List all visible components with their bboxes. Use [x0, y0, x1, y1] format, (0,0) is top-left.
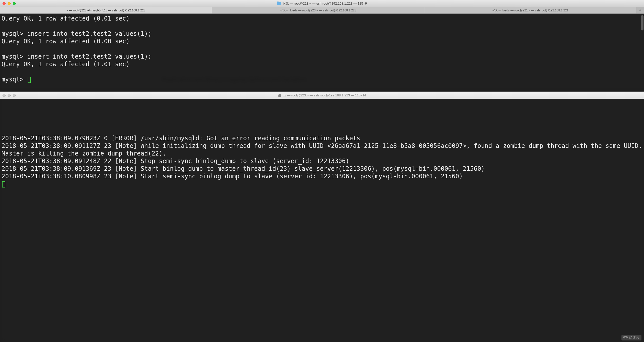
- add-tab-button[interactable]: +: [636, 7, 644, 13]
- terminal-line: Query OK, 1 row affected (1.01 sec): [2, 61, 130, 68]
- cursor: [2, 181, 5, 187]
- cloud-icon: [623, 336, 628, 339]
- zoom-button-inactive[interactable]: [13, 94, 16, 97]
- titlebar-top[interactable]: 下载 — root@223:~ — ssh root@192.168.1.223…: [0, 0, 644, 7]
- tab-0[interactable]: ~ — root@223:~/mysql-5.7.18 — ssh root@1…: [0, 7, 212, 13]
- terminal-line: 2018-05-21T03:38:09.091369Z 23 [Note] St…: [2, 165, 485, 172]
- terminal-line: mysql> insert into test2.test2 values(1)…: [2, 53, 151, 60]
- tab-1[interactable]: ~/Downloads — root@223:~ — ssh root@192.…: [212, 7, 424, 13]
- tab-bar: ~ — root@223:~/mysql-5.7.18 — ssh root@1…: [0, 7, 644, 14]
- minimize-button-inactive[interactable]: [8, 94, 11, 97]
- terminal-line: 2018-05-21T03:38:09.091127Z 23 [Note] Wh…: [2, 142, 644, 157]
- titlebar-bottom[interactable]: tbj — root@223:~ — ssh root@192.168.1.22…: [0, 92, 644, 99]
- watermark-text: 亿速云: [629, 335, 639, 340]
- scrollbar-thumb[interactable]: [641, 15, 643, 30]
- terminal-output-top[interactable]: Query OK, 1 row affected (0.01 sec) mysq…: [0, 14, 644, 84]
- window-controls: [3, 2, 16, 5]
- folder-icon: [277, 2, 281, 5]
- window-title-top: 下载 — root@223:~ — ssh root@192.168.1.223…: [282, 1, 367, 6]
- close-button-inactive[interactable]: [3, 94, 6, 97]
- terminal-line: mysql>: [2, 76, 27, 83]
- terminal-output-bottom[interactable]: 2018-05-21T03:38:09.079023Z 0 [ERROR] /u…: [0, 99, 644, 189]
- terminal-window-top: 下载 — root@223:~ — ssh root@192.168.1.223…: [0, 0, 644, 91]
- terminal-line: 2018-05-21T03:38:09.091248Z 22 [Note] St…: [2, 158, 349, 165]
- terminal-line: 2018-05-21T03:38:09.079023Z 0 [ERROR] /u…: [2, 135, 360, 142]
- terminal-line: Query OK, 1 row affected (0.00 sec): [2, 38, 130, 45]
- zoom-button[interactable]: [13, 2, 16, 5]
- terminal-line: mysql> insert into test2.test2 values(1)…: [2, 30, 151, 37]
- terminal-window-bottom: tbj — root@223:~ — ssh root@192.168.1.22…: [0, 92, 644, 342]
- terminal-line: 2018-05-21T03:38:10.080998Z 23 [Note] St…: [2, 173, 463, 180]
- terminal-line: Query OK, 1 row affected (0.01 sec): [2, 15, 130, 22]
- window-title-bottom: tbj — root@223:~ — ssh root@192.168.1.22…: [283, 93, 366, 97]
- window-controls-inactive: [3, 94, 16, 97]
- cursor: [28, 77, 31, 83]
- close-button[interactable]: [3, 2, 6, 5]
- watermark: 亿速云: [621, 335, 641, 340]
- minimize-button[interactable]: [8, 2, 11, 5]
- tab-2[interactable]: ~/Downloads — root@221:~ — ssh root@192.…: [424, 7, 636, 13]
- home-icon: [278, 94, 281, 97]
